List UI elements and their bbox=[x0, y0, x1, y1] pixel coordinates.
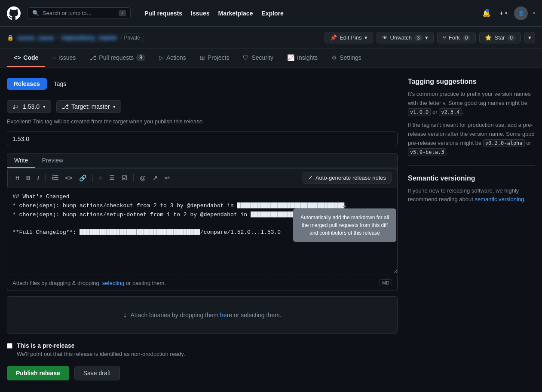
star-dropdown-button[interactable]: ▾ bbox=[524, 32, 535, 43]
mention-button[interactable]: @ bbox=[137, 173, 148, 183]
tag-chevron-icon: ▾ bbox=[43, 104, 46, 110]
release-title-input[interactable] bbox=[7, 132, 398, 146]
projects-icon: ⊞ bbox=[200, 54, 205, 61]
tags-tab[interactable]: Tags bbox=[47, 78, 73, 90]
repo-nav: <> Code ○ Issues ⎇ Pull requests 8 ▷ Act… bbox=[0, 49, 542, 67]
unwatch-button[interactable]: 👁 Unwatch 3 ▾ bbox=[377, 32, 434, 43]
pre-release-label[interactable]: This is a pre-release bbox=[17, 342, 75, 349]
tab-code-label: Code bbox=[23, 54, 38, 61]
attach-binaries-section[interactable]: ↓ Attach binaries by dropping them here … bbox=[7, 296, 398, 334]
code-alpha: v0.2.0-alpha bbox=[483, 139, 525, 147]
toolbar-sep-2 bbox=[92, 174, 93, 182]
main-content: Releases Tags 🏷 1.53.0 ▾ ⎇ Target: maste… bbox=[0, 67, 542, 391]
repo-name[interactable]: repository_name bbox=[61, 34, 117, 42]
tab-projects[interactable]: ⊞ Projects bbox=[193, 49, 236, 67]
nav-explore[interactable]: Explore bbox=[258, 7, 287, 19]
star-label: Star bbox=[494, 34, 505, 41]
eye-icon: 👁 bbox=[382, 34, 388, 41]
fork-button[interactable]: ⑂ Fork 0 bbox=[437, 32, 476, 43]
reference-button[interactable]: ↗ bbox=[150, 173, 160, 183]
lock-icon: 🔒 bbox=[7, 34, 14, 41]
notifications-button[interactable]: 🔔 bbox=[481, 7, 493, 19]
tagging-p2: If the tag isn't meant for production us… bbox=[408, 121, 535, 156]
tag-button[interactable]: 🏷 1.53.0 ▾ bbox=[7, 100, 51, 113]
releases-tab[interactable]: Releases bbox=[7, 78, 47, 90]
fork-label: Fork bbox=[449, 34, 460, 41]
nav-issues[interactable]: Issues bbox=[187, 7, 213, 19]
nav-marketplace[interactable]: Marketplace bbox=[215, 7, 257, 19]
semantic-versioning-text: If you're new to releasing software, we … bbox=[408, 187, 535, 205]
github-logo[interactable] bbox=[7, 6, 21, 20]
edit-pins-chevron-icon: ▾ bbox=[364, 34, 367, 41]
semantic-versioning-title: Semantic versioning bbox=[408, 175, 535, 182]
code-toolbar-icon: <> bbox=[65, 175, 72, 181]
pr-count: 8 bbox=[136, 54, 145, 61]
pr-icon: ⎇ bbox=[89, 54, 96, 61]
semantic-versioning-link[interactable]: semantic versioning bbox=[475, 196, 524, 202]
code-button[interactable]: <> bbox=[63, 173, 75, 183]
tab-code[interactable]: <> Code bbox=[7, 49, 45, 67]
avatar-icon: 👤 bbox=[518, 10, 524, 16]
italic-button[interactable]: I bbox=[35, 173, 42, 183]
repo-owner[interactable]: owner_name bbox=[17, 34, 54, 41]
nav-pull-requests[interactable]: Pull requests bbox=[141, 7, 186, 19]
numbered-list-button[interactable]: ☰ bbox=[107, 173, 117, 183]
attach-binaries-text: Attach binaries by dropping them here or… bbox=[131, 312, 282, 318]
here-link[interactable]: here bbox=[220, 312, 232, 318]
tab-security[interactable]: 🛡 Security bbox=[236, 49, 280, 67]
star-dropdown-chevron-icon: ▾ bbox=[528, 34, 531, 41]
release-form-row: 🏷 1.53.0 ▾ ⎇ Target: master ▾ bbox=[7, 100, 398, 113]
repo-breadcrumb: owner_name / repository_name bbox=[17, 33, 117, 42]
selecting-link[interactable]: selecting bbox=[102, 280, 124, 286]
target-button[interactable]: ⎇ Target: master ▾ bbox=[56, 100, 121, 113]
pre-release-checkbox[interactable] bbox=[7, 343, 12, 349]
search-icon: 🔍 bbox=[32, 10, 39, 16]
security-icon: 🛡 bbox=[243, 54, 249, 61]
target-label: Target: master bbox=[71, 103, 110, 110]
unwatch-label: Unwatch bbox=[390, 34, 412, 41]
pre-release-section: This is a pre-release We'll point out th… bbox=[7, 342, 398, 357]
top-navigation: 🔍 Search or jump to... / Pull requests I… bbox=[0, 0, 542, 27]
target-chevron-icon: ▾ bbox=[113, 104, 116, 110]
heading-button[interactable]: H bbox=[13, 173, 22, 183]
fork-count: 0 bbox=[462, 35, 471, 41]
search-placeholder: Search or jump to... bbox=[43, 10, 91, 16]
edit-pins-button[interactable]: 📌 Edit Pins ▾ bbox=[325, 32, 373, 43]
visibility-badge: Private bbox=[120, 34, 144, 42]
attach-files-text: Attach files by dragging & dropping, sel… bbox=[12, 280, 166, 286]
checkmark-icon: ✓ bbox=[308, 175, 313, 181]
write-tab[interactable]: Write bbox=[7, 153, 35, 168]
ordered-list-button[interactable] bbox=[49, 172, 61, 184]
undo-button[interactable]: ↩ bbox=[162, 173, 172, 183]
toolbar-sep-3 bbox=[133, 174, 134, 182]
tag-value: 1.53.0 bbox=[23, 103, 40, 110]
search-bar[interactable]: 🔍 Search or jump to... / bbox=[28, 7, 131, 19]
task-list-button[interactable]: ☑ bbox=[119, 173, 130, 183]
sidebar-divider bbox=[408, 165, 535, 166]
link-button[interactable]: 🔗 bbox=[77, 173, 89, 183]
search-shortcut: / bbox=[119, 10, 126, 16]
save-draft-button[interactable]: Save draft bbox=[74, 366, 120, 380]
publish-release-button[interactable]: Publish release bbox=[7, 366, 69, 380]
tab-settings[interactable]: ⚙ Settings bbox=[325, 49, 368, 67]
create-button[interactable]: + ▾ bbox=[498, 8, 509, 19]
tab-insights-label: Insights bbox=[297, 54, 318, 61]
unordered-list-button[interactable]: ≡ bbox=[96, 173, 105, 183]
star-button[interactable]: ⭐ Star 0 bbox=[479, 32, 521, 43]
preview-tab[interactable]: Preview bbox=[35, 153, 70, 168]
download-icon: ↓ bbox=[123, 310, 127, 319]
plus-icon: + bbox=[499, 9, 503, 17]
pre-release-info: This is a pre-release We'll point out th… bbox=[17, 342, 185, 357]
auto-generate-button[interactable]: ✓ Auto-generate release notes bbox=[303, 172, 392, 184]
tab-insights[interactable]: 📈 Insights bbox=[280, 49, 325, 67]
tab-actions[interactable]: ▷ Actions bbox=[152, 49, 193, 67]
top-nav-right: 🔔 + ▾ 👤 ▾ bbox=[481, 6, 535, 20]
markdown-icon: MD bbox=[380, 279, 392, 286]
tab-pull-requests[interactable]: ⎇ Pull requests 8 bbox=[83, 49, 152, 67]
editor-toolbar: H B I <> 🔗 ≡ bbox=[7, 168, 397, 187]
tab-actions-label: Actions bbox=[166, 54, 186, 61]
hint-text-content: Excellent! This tag will be created from… bbox=[7, 118, 204, 125]
user-avatar[interactable]: 👤 bbox=[514, 6, 528, 20]
tab-issues[interactable]: ○ Issues bbox=[45, 49, 83, 67]
bold-button[interactable]: B bbox=[24, 173, 33, 183]
